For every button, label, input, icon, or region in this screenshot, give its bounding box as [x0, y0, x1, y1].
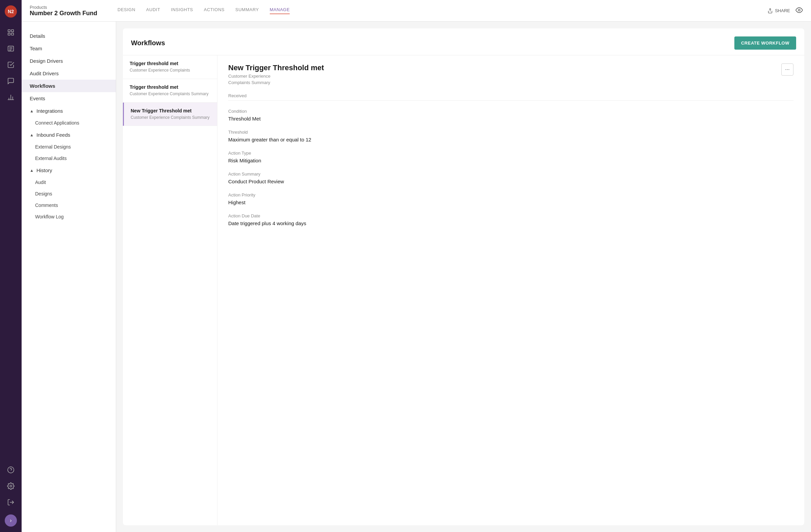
icon-bar: N2 [0, 0, 21, 532]
divider [228, 100, 793, 100]
workflow-detail-subtitle2: Complaints Summary [228, 80, 324, 85]
collapse-sidebar-button[interactable]: › [5, 514, 17, 527]
detail-label-condition: Condition [228, 109, 793, 114]
sidebar-item-external-audits[interactable]: External Audits [21, 153, 116, 164]
workflow-list-item[interactable]: Trigger threshold met Customer Experienc… [123, 56, 217, 79]
detail-value-action-due-date: Date triggered plus 4 working days [228, 220, 793, 226]
detail-label-received: Received [228, 93, 793, 98]
workflow-item-title: New Trigger Threshold met [131, 108, 210, 113]
workflow-list: Trigger threshold met Customer Experienc… [123, 56, 217, 525]
workflows-panel: Workflows CREATE WORKFLOW Trigger thresh… [123, 28, 804, 525]
nav-right: SHARE [767, 6, 803, 15]
workflow-detail-header: New Trigger Threshold met Customer Exper… [228, 63, 793, 85]
detail-field-received: Received [228, 93, 793, 100]
detail-label-threshold: Threshold [228, 130, 793, 135]
workflow-item-subtitle: Customer Experience Complaints [129, 67, 210, 73]
detail-label-action-priority: Action Priority [228, 192, 793, 198]
workflow-item-subtitle: Customer Experience Complaints Summary [129, 91, 210, 97]
help-icon[interactable] [4, 463, 18, 476]
sidebar-item-connect-applications[interactable]: Connect Applications [21, 117, 116, 129]
workflow-list-item[interactable]: Trigger threshold met Customer Experienc… [123, 79, 217, 103]
sidebar-item-audit[interactable]: Audit [21, 176, 116, 188]
detail-field-threshold: Threshold Maximum greater than or equal … [228, 130, 793, 142]
list-icon[interactable] [4, 42, 18, 56]
top-nav: Products Number 2 Growth Fund DESIGN AUD… [21, 0, 811, 21]
more-options-button[interactable]: ··· [781, 63, 793, 76]
workflow-item-title: Trigger threshold met [129, 84, 210, 90]
detail-field-action-due-date: Action Due Date Date triggered plus 4 wo… [228, 213, 793, 226]
icon-bar-bottom: › [4, 463, 18, 527]
sidebar-item-workflows[interactable]: Workflows [21, 80, 116, 92]
svg-rect-1 [12, 30, 14, 32]
workflow-detail-subtitle1: Customer Experience [228, 74, 324, 79]
content-area: Workflows CREATE WORKFLOW Trigger thresh… [116, 21, 811, 532]
detail-value-threshold: Maximum greater than or equal to 12 [228, 137, 793, 142]
sidebar-item-audit-drivers[interactable]: Audit Drivers [21, 67, 116, 80]
workflows-title: Workflows [131, 39, 165, 47]
sidebar-section-integrations[interactable]: ▲ Integrations [21, 105, 116, 117]
chat-icon[interactable] [4, 74, 18, 88]
main-content: Products Number 2 Growth Fund DESIGN AUD… [21, 0, 811, 532]
view-icon[interactable] [795, 6, 803, 15]
sidebar-item-external-designs[interactable]: External Designs [21, 141, 116, 153]
chevron-down-icon: ▲ [30, 109, 34, 113]
chevron-down-icon-3: ▲ [30, 168, 34, 173]
sidebar-item-events[interactable]: Events [21, 92, 116, 105]
detail-label-action-summary: Action Summary [228, 171, 793, 176]
workflows-body: Trigger threshold met Customer Experienc… [123, 56, 804, 525]
detail-value-action-type: Risk Mitigation [228, 158, 793, 163]
workflow-detail-title-group: New Trigger Threshold met Customer Exper… [228, 63, 324, 85]
detail-field-action-type: Action Type Risk Mitigation [228, 151, 793, 163]
svg-rect-0 [8, 30, 10, 32]
svg-point-12 [8, 467, 14, 473]
sidebar-item-design-drivers[interactable]: Design Drivers [21, 55, 116, 67]
breadcrumb-parent[interactable]: Products [30, 5, 97, 10]
workflow-detail-title: New Trigger Threshold met [228, 63, 324, 72]
detail-field-action-summary: Action Summary Conduct Product Review [228, 171, 793, 184]
detail-field-action-priority: Action Priority Highest [228, 192, 793, 205]
dashboard-icon[interactable] [4, 26, 18, 39]
sidebar: Details Team Design Drivers Audit Driver… [21, 21, 116, 532]
body-area: Details Team Design Drivers Audit Driver… [21, 21, 811, 532]
sidebar-item-team[interactable]: Team [21, 42, 116, 55]
svg-rect-3 [12, 33, 14, 35]
workflow-list-item-selected[interactable]: New Trigger Threshold met Customer Exper… [123, 103, 217, 126]
tab-insights[interactable]: INSIGHTS [171, 7, 193, 14]
svg-point-17 [798, 9, 800, 11]
workflows-header: Workflows CREATE WORKFLOW [123, 28, 804, 56]
sidebar-item-designs[interactable]: Designs [21, 188, 116, 200]
sidebar-section-history[interactable]: ▲ History [21, 164, 116, 176]
logout-icon[interactable] [4, 496, 18, 509]
create-workflow-button[interactable]: CREATE WORKFLOW [734, 36, 796, 50]
check-icon[interactable] [4, 58, 18, 72]
workflow-item-title: Trigger threshold met [129, 61, 210, 66]
detail-field-condition: Condition Threshold Met [228, 109, 793, 122]
settings-icon[interactable] [4, 479, 18, 493]
workflow-detail: New Trigger Threshold met Customer Exper… [217, 56, 804, 525]
tab-manage[interactable]: MANAGE [270, 7, 290, 14]
sidebar-section-inbound-feeds[interactable]: ▲ Inbound Feeds [21, 129, 116, 141]
detail-value-condition: Threshold Met [228, 116, 793, 122]
sidebar-item-details[interactable]: Details [21, 30, 116, 42]
detail-label-action-due-date: Action Due Date [228, 213, 793, 218]
svg-point-14 [10, 485, 12, 487]
breadcrumb-current: Number 2 Growth Fund [30, 10, 97, 17]
breadcrumb: Products Number 2 Growth Fund [30, 5, 97, 17]
share-icon [767, 8, 773, 14]
sidebar-item-workflow-log[interactable]: Workflow Log [21, 211, 116, 222]
avatar[interactable]: N2 [5, 5, 17, 18]
detail-label-action-type: Action Type [228, 151, 793, 156]
tab-audit[interactable]: AUDIT [146, 7, 160, 14]
detail-value-action-priority: Highest [228, 200, 793, 205]
svg-rect-2 [8, 33, 10, 35]
tab-actions[interactable]: ACTIONS [204, 7, 225, 14]
detail-value-action-summary: Conduct Product Review [228, 178, 793, 184]
tab-summary[interactable]: SUMMARY [235, 7, 259, 14]
share-button[interactable]: SHARE [767, 8, 790, 14]
workflow-item-subtitle: Customer Experience Complaints Summary [131, 115, 210, 121]
chart-icon[interactable] [4, 91, 18, 104]
nav-tabs: DESIGN AUDIT INSIGHTS ACTIONS SUMMARY MA… [118, 7, 290, 14]
sidebar-item-comments[interactable]: Comments [21, 200, 116, 211]
chevron-down-icon-2: ▲ [30, 133, 34, 137]
tab-design[interactable]: DESIGN [118, 7, 135, 14]
